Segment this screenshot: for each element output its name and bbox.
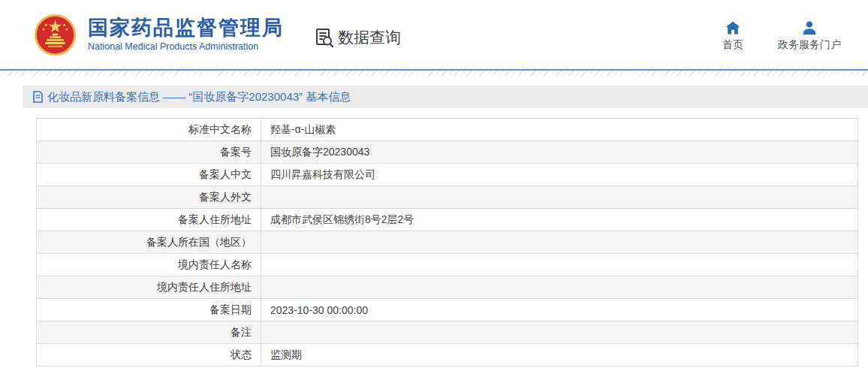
table-row: 备案号 国妆原备字20230043 xyxy=(37,141,858,164)
nav-portal[interactable]: 政务服务门户 xyxy=(778,21,841,52)
field-value: 成都市武侯区锦绣街8号2层2号 xyxy=(261,209,858,231)
field-value: 国妆原备字20230043 xyxy=(261,141,858,164)
field-label: 境内责任人名称 xyxy=(37,254,261,276)
field-label: 备案号 xyxy=(37,141,261,164)
table-row: 备案人所在国（地区） xyxy=(37,231,858,254)
field-value: 2023-10-30 00:00:00 xyxy=(261,299,858,321)
nmpa-logo[interactable]: 国家药品监督管理局 National Medical Products Admi… xyxy=(34,14,284,56)
info-table: 标准中文名称 羟基-α-山椒素 备案号 国妆原备字20230043 备案人中文 … xyxy=(36,118,858,366)
section-title-bar: 化妆品新原料备案信息 —— “国妆原备字20230043” 基本信息 xyxy=(23,86,868,108)
field-value: 监测期 xyxy=(261,344,858,366)
table-row: 境内责任人住所地址 xyxy=(37,276,858,299)
header: 国家药品监督管理局 National Medical Products Admi… xyxy=(0,0,868,69)
header-nav: 首页 政务服务门户 xyxy=(722,18,841,52)
table-row: 备注 xyxy=(37,321,858,344)
header-divider xyxy=(0,69,868,76)
field-label: 备注 xyxy=(37,321,261,344)
field-label: 备案人住所地址 xyxy=(37,209,261,231)
field-label: 备案人外文 xyxy=(37,186,261,209)
field-label: 标准中文名称 xyxy=(37,119,261,141)
table-row: 标准中文名称 羟基-α-山椒素 xyxy=(37,119,858,141)
section-title: 化妆品新原料备案信息 —— “国妆原备字20230043” 基本信息 xyxy=(47,90,351,104)
info-table-body: 标准中文名称 羟基-α-山椒素 备案号 国妆原备字20230043 备案人中文 … xyxy=(37,119,858,366)
document-search-icon xyxy=(315,28,334,48)
data-query-label: 数据查询 xyxy=(338,27,401,48)
field-label: 备案日期 xyxy=(37,299,261,321)
nav-portal-label: 政务服务门户 xyxy=(778,38,841,52)
data-query-link[interactable]: 数据查询 xyxy=(315,27,401,48)
org-title: 国家药品监督管理局 xyxy=(88,17,284,40)
table-row: 备案人住所地址 成都市武侯区锦绣街8号2层2号 xyxy=(37,209,858,231)
field-label: 境内责任人住所地址 xyxy=(37,276,261,299)
org-subtitle: National Medical Products Administration xyxy=(88,41,284,52)
org-titles: 国家药品监督管理局 National Medical Products Admi… xyxy=(88,17,284,53)
field-label: 状态 xyxy=(37,344,261,366)
field-value xyxy=(261,186,858,209)
national-emblem-icon xyxy=(34,14,77,56)
field-value: 羟基-α-山椒素 xyxy=(261,119,858,141)
field-value xyxy=(261,231,858,254)
table-row: 备案人外文 xyxy=(37,186,858,209)
field-value: 四川昇嘉科技有限公司 xyxy=(261,164,858,186)
table-row: 境内责任人名称 xyxy=(37,254,858,276)
nav-home[interactable]: 首页 xyxy=(722,21,743,52)
field-value xyxy=(261,254,858,276)
table-row: 备案日期 2023-10-30 00:00:00 xyxy=(37,299,858,321)
home-icon xyxy=(725,21,740,35)
field-label: 备案人中文 xyxy=(37,164,261,186)
nav-home-label: 首页 xyxy=(722,38,743,52)
table-row: 状态 监测期 xyxy=(37,344,858,366)
field-label: 备案人所在国（地区） xyxy=(37,231,261,254)
document-icon xyxy=(33,91,43,103)
user-icon xyxy=(802,21,817,35)
field-value xyxy=(261,321,858,344)
table-row: 备案人中文 四川昇嘉科技有限公司 xyxy=(37,164,858,186)
field-value xyxy=(261,276,858,299)
